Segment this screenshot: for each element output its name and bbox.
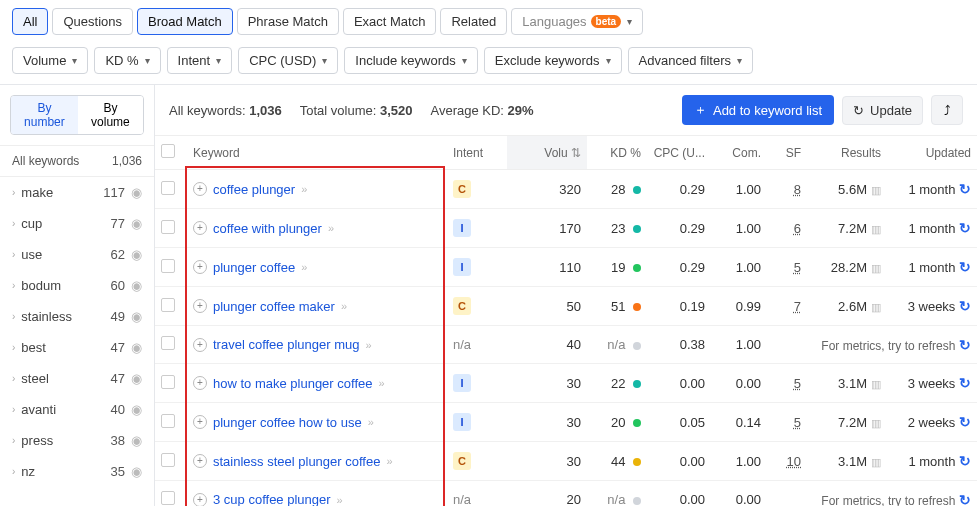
- eye-icon[interactable]: ◉: [131, 278, 142, 293]
- refresh-icon[interactable]: ↻: [959, 337, 971, 353]
- sf-value[interactable]: 6: [794, 221, 801, 236]
- sf-value[interactable]: 5: [794, 376, 801, 391]
- eye-icon[interactable]: ◉: [131, 309, 142, 324]
- serp-icon[interactable]: ▥: [871, 456, 881, 468]
- serp-icon[interactable]: ▥: [871, 301, 881, 313]
- toggle-by-volume[interactable]: By volume: [78, 96, 143, 134]
- keyword-link[interactable]: how to make plunger coffee: [213, 376, 372, 391]
- tab-all[interactable]: All: [12, 8, 48, 35]
- keyword-link[interactable]: plunger coffee maker: [213, 299, 335, 314]
- row-checkbox[interactable]: [161, 375, 175, 389]
- eye-icon[interactable]: ◉: [131, 402, 142, 417]
- eye-icon[interactable]: ◉: [131, 340, 142, 355]
- refresh-icon[interactable]: ↻: [959, 414, 971, 430]
- refresh-icon[interactable]: ↻: [959, 298, 971, 314]
- tab-languages[interactable]: Languages beta ▾: [511, 8, 643, 35]
- keyword-link[interactable]: coffee plunger: [213, 182, 295, 197]
- open-icon[interactable]: »: [378, 377, 384, 389]
- refresh-icon[interactable]: ↻: [959, 181, 971, 197]
- eye-icon[interactable]: ◉: [131, 371, 142, 386]
- tab-broad-match[interactable]: Broad Match: [137, 8, 233, 35]
- export-button[interactable]: ⤴: [931, 95, 963, 125]
- refresh-icon[interactable]: ↻: [959, 453, 971, 469]
- row-checkbox[interactable]: [161, 491, 175, 505]
- serp-icon[interactable]: ▥: [871, 378, 881, 390]
- filter-intent[interactable]: Intent▾: [167, 47, 233, 74]
- col-intent[interactable]: Intent: [447, 136, 507, 170]
- open-icon[interactable]: »: [368, 416, 374, 428]
- filter-kd[interactable]: KD %▾: [94, 47, 160, 74]
- sidebar-item-bodum[interactable]: ›bodum60◉: [0, 270, 154, 301]
- expand-icon[interactable]: +: [193, 376, 207, 390]
- sidebar-item-steel[interactable]: ›steel47◉: [0, 363, 154, 394]
- col-kd[interactable]: KD %: [587, 136, 647, 170]
- sidebar-item-press[interactable]: ›press38◉: [0, 425, 154, 456]
- filter-volume[interactable]: Volume▾: [12, 47, 88, 74]
- keyword-link[interactable]: plunger coffee: [213, 260, 295, 275]
- col-sf[interactable]: SF: [767, 136, 807, 170]
- sidebar-item-cup[interactable]: ›cup77◉: [0, 208, 154, 239]
- row-checkbox[interactable]: [161, 220, 175, 234]
- tab-related[interactable]: Related: [440, 8, 507, 35]
- keyword-link[interactable]: stainless steel plunger coffee: [213, 454, 380, 469]
- sidebar-item-stainless[interactable]: ›stainless49◉: [0, 301, 154, 332]
- sf-value[interactable]: 7: [794, 299, 801, 314]
- expand-icon[interactable]: +: [193, 260, 207, 274]
- select-all-checkbox[interactable]: [161, 144, 175, 158]
- sidebar-item-best[interactable]: ›best47◉: [0, 332, 154, 363]
- sidebar-item-nz[interactable]: ›nz35◉: [0, 456, 154, 487]
- update-button[interactable]: ↻Update: [842, 96, 923, 125]
- expand-icon[interactable]: +: [193, 299, 207, 313]
- eye-icon[interactable]: ◉: [131, 185, 142, 200]
- sf-value[interactable]: 5: [794, 415, 801, 430]
- filter-include[interactable]: Include keywords▾: [344, 47, 477, 74]
- row-checkbox[interactable]: [161, 298, 175, 312]
- sidebar-item-avanti[interactable]: ›avanti40◉: [0, 394, 154, 425]
- keyword-link[interactable]: coffee with plunger: [213, 221, 322, 236]
- refresh-icon[interactable]: ↻: [959, 259, 971, 275]
- open-icon[interactable]: »: [386, 455, 392, 467]
- open-icon[interactable]: »: [365, 339, 371, 351]
- filter-cpc[interactable]: CPC (USD)▾: [238, 47, 338, 74]
- row-checkbox[interactable]: [161, 453, 175, 467]
- tab-questions[interactable]: Questions: [52, 8, 133, 35]
- serp-icon[interactable]: ▥: [871, 262, 881, 274]
- sf-value[interactable]: 5: [794, 260, 801, 275]
- row-checkbox[interactable]: [161, 181, 175, 195]
- col-updated[interactable]: Updated: [887, 136, 977, 170]
- keyword-link[interactable]: travel coffee plunger mug: [213, 337, 359, 352]
- tab-phrase-match[interactable]: Phrase Match: [237, 8, 339, 35]
- col-keyword[interactable]: Keyword: [187, 136, 447, 170]
- eye-icon[interactable]: ◉: [131, 464, 142, 479]
- eye-icon[interactable]: ◉: [131, 216, 142, 231]
- keyword-link[interactable]: plunger coffee how to use: [213, 415, 362, 430]
- sf-value[interactable]: 10: [787, 454, 801, 469]
- filter-advanced[interactable]: Advanced filters▾: [628, 47, 754, 74]
- tab-exact-match[interactable]: Exact Match: [343, 8, 437, 35]
- open-icon[interactable]: »: [328, 222, 334, 234]
- sidebar-item-make[interactable]: ›make117◉: [0, 177, 154, 208]
- open-icon[interactable]: »: [301, 183, 307, 195]
- row-checkbox[interactable]: [161, 336, 175, 350]
- sf-value[interactable]: 8: [794, 182, 801, 197]
- col-cpc[interactable]: CPC (U...: [647, 136, 711, 170]
- filter-exclude[interactable]: Exclude keywords▾: [484, 47, 622, 74]
- toggle-by-number[interactable]: By number: [11, 96, 78, 134]
- expand-icon[interactable]: +: [193, 493, 207, 507]
- row-checkbox[interactable]: [161, 414, 175, 428]
- col-results[interactable]: Results: [807, 136, 887, 170]
- serp-icon[interactable]: ▥: [871, 184, 881, 196]
- open-icon[interactable]: »: [341, 300, 347, 312]
- col-com[interactable]: Com.: [711, 136, 767, 170]
- serp-icon[interactable]: ▥: [871, 417, 881, 429]
- open-icon[interactable]: »: [337, 494, 343, 506]
- expand-icon[interactable]: +: [193, 221, 207, 235]
- sidebar-item-use[interactable]: ›use62◉: [0, 239, 154, 270]
- expand-icon[interactable]: +: [193, 415, 207, 429]
- refresh-icon[interactable]: ↻: [959, 220, 971, 236]
- add-to-list-button[interactable]: ＋Add to keyword list: [682, 95, 834, 125]
- row-checkbox[interactable]: [161, 259, 175, 273]
- expand-icon[interactable]: +: [193, 454, 207, 468]
- keyword-link[interactable]: 3 cup coffee plunger: [213, 492, 331, 506]
- eye-icon[interactable]: ◉: [131, 433, 142, 448]
